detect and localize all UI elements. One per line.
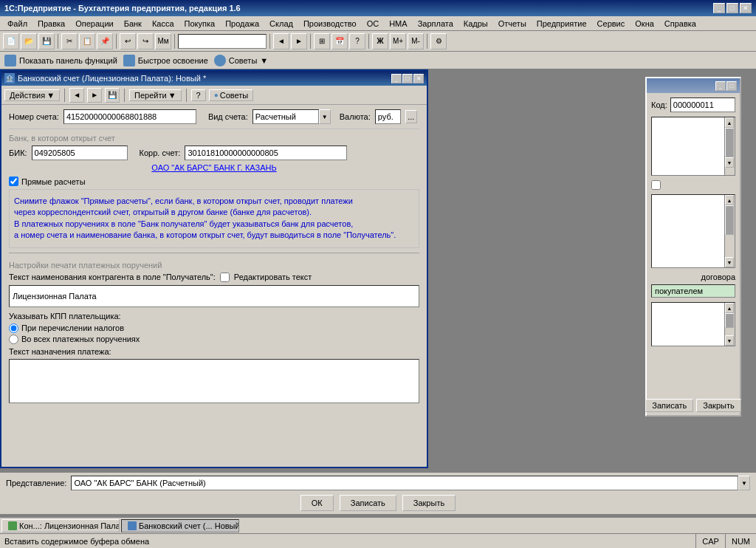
menu-reports[interactable]: Отчеты xyxy=(494,18,531,29)
bank-close-button[interactable]: ✕ xyxy=(413,74,424,83)
corr-account-input[interactable] xyxy=(185,145,347,160)
counterparty-text-label: Текст наименования контрагента в поле "П… xyxy=(9,273,216,281)
bg-bottom-scroll-thumb[interactable] xyxy=(725,313,734,328)
bg-ta-scroll-down[interactable]: ▼ xyxy=(725,257,734,267)
bold-button[interactable]: Ж xyxy=(372,33,388,49)
menu-hr[interactable]: Кадры xyxy=(459,18,492,29)
menu-nma[interactable]: НМА xyxy=(385,18,411,29)
bank-link[interactable]: ОАО "АК БАРС" БАНК Г. КАЗАНЬ xyxy=(151,163,276,172)
bg-bottom-scroll-up[interactable]: ▲ xyxy=(725,303,734,313)
close-button[interactable]: ✕ xyxy=(740,3,752,13)
open-button[interactable]: 📂 xyxy=(21,33,37,49)
bank-nav-back-btn[interactable]: ◄ xyxy=(69,88,84,103)
bg-bottom-scroll-down[interactable]: ▼ xyxy=(725,335,734,346)
minimize-button[interactable]: _ xyxy=(713,3,725,13)
account-type-wrapper: ▼ xyxy=(252,109,331,124)
menu-help[interactable]: Справка xyxy=(660,18,701,29)
taskbar-item-bank[interactable]: Банковский счет (... Новый * xyxy=(121,519,239,532)
menu-windows[interactable]: Окна xyxy=(630,18,659,29)
menu-operations[interactable]: Операции xyxy=(71,18,117,29)
bg-textarea-scrollbar[interactable]: ▲ ▼ xyxy=(724,195,735,267)
edit-text-checkbox[interactable] xyxy=(220,273,230,282)
tips-funcbar-btn[interactable]: Советы ▼ xyxy=(214,55,268,66)
menu-salary[interactable]: Зарплата xyxy=(413,18,458,29)
sep1 xyxy=(58,34,58,49)
menu-warehouse[interactable]: Склад xyxy=(265,18,298,29)
ok-button[interactable]: ОК xyxy=(300,495,334,511)
kpp-radio-all[interactable] xyxy=(9,335,18,344)
learn-icon xyxy=(123,55,135,66)
currency-input[interactable] xyxy=(375,109,401,124)
bank-save-icon-btn[interactable]: 💾 xyxy=(105,88,120,103)
save-toolbar-button[interactable]: 💾 xyxy=(38,33,55,49)
menu-bank[interactable]: Банк xyxy=(120,18,146,29)
help-toolbar-button[interactable]: ? xyxy=(349,33,365,49)
bg-minimize-button[interactable]: _ xyxy=(715,81,726,91)
show-panel-btn[interactable]: Показать панель функций xyxy=(4,55,117,66)
bold2-button[interactable]: М+ xyxy=(390,33,406,49)
counterparty-text-box[interactable]: Лицензионная Палата xyxy=(9,285,419,307)
kpp-radio-tax[interactable] xyxy=(9,323,18,333)
menu-production[interactable]: Производство xyxy=(299,18,361,29)
settings-button[interactable]: ⚙ xyxy=(430,33,447,49)
maximize-button[interactable]: □ xyxy=(726,3,738,13)
menu-purchase[interactable]: Покупка xyxy=(180,18,220,29)
bg-checkbox[interactable] xyxy=(651,180,661,190)
menu-edit[interactable]: Правка xyxy=(33,18,69,29)
next-button[interactable]: ► xyxy=(291,33,307,49)
menu-file[interactable]: Файл xyxy=(3,18,32,29)
close-bank-button[interactable]: Закрыть xyxy=(402,495,456,511)
account-type-arrow[interactable]: ▼ xyxy=(319,109,331,124)
status-text: Вставить содержимое буфера обмена xyxy=(0,537,695,546)
cut-button[interactable]: ✂ xyxy=(61,33,78,49)
taskbar-item-contacts[interactable]: Кон...: Лицензионная Палата xyxy=(1,519,120,532)
bg-bottom-scrollbar[interactable]: ▲ ▼ xyxy=(724,303,735,346)
redo-button[interactable]: ↪ xyxy=(137,33,154,49)
bank-minimize-button[interactable]: _ xyxy=(391,74,402,83)
menu-enterprise[interactable]: Предприятие xyxy=(532,18,591,29)
bik-input[interactable] xyxy=(32,145,128,160)
representation-arrow[interactable]: ▼ xyxy=(738,476,750,490)
paste-button[interactable]: 📌 xyxy=(97,33,113,49)
currency-dots-button[interactable]: ... xyxy=(405,110,417,123)
save-button[interactable]: Записать xyxy=(340,495,396,511)
bg-ta-scroll-up[interactable]: ▲ xyxy=(725,195,734,205)
bg-scrollbar[interactable]: ▲ ▼ xyxy=(724,117,735,175)
grid-button[interactable]: ⊞ xyxy=(314,33,330,49)
bg-close-button[interactable]: Закрыть xyxy=(696,399,740,412)
representation-input[interactable] xyxy=(71,476,738,490)
bg-maximize-button[interactable]: □ xyxy=(726,81,737,91)
copy-button[interactable]: 📋 xyxy=(79,33,95,49)
menu-os[interactable]: ОС xyxy=(362,18,384,29)
bank-maximize-button[interactable]: □ xyxy=(402,74,413,83)
bg-save-button[interactable]: Записать xyxy=(645,399,693,412)
bg-scroll-up[interactable]: ▲ xyxy=(725,117,734,128)
bg-checkbox-row xyxy=(651,180,735,191)
menu-service[interactable]: Сервис xyxy=(593,18,630,29)
menu-sales[interactable]: Продажа xyxy=(221,18,264,29)
search-input[interactable] xyxy=(178,34,267,49)
tips-bank-btn[interactable]: ● Советы xyxy=(209,89,254,101)
bg-textarea-area: ▲ ▼ xyxy=(651,194,735,268)
bank-nav-fwd-btn[interactable]: ► xyxy=(87,88,102,103)
bg-scroll-thumb[interactable] xyxy=(725,128,734,157)
new-button[interactable]: 📄 xyxy=(3,33,19,49)
find-button[interactable]: Мм xyxy=(155,33,171,49)
payment-text-area[interactable] xyxy=(9,359,419,403)
code-input[interactable] xyxy=(670,97,735,112)
actions-button[interactable]: Действия ▼ xyxy=(4,89,60,101)
navigate-button[interactable]: Перейти ▼ xyxy=(129,89,181,101)
menu-cash[interactable]: Касса xyxy=(148,18,179,29)
direct-payments-checkbox[interactable] xyxy=(9,177,18,186)
quick-learn-btn[interactable]: Быстрое освоение xyxy=(123,55,208,66)
account-type-select[interactable] xyxy=(252,109,319,124)
help-button[interactable]: ? xyxy=(191,89,206,101)
background-window: _ □ Код: ▲ ▼ ▲ xyxy=(645,77,741,417)
prev-button[interactable]: ◄ xyxy=(273,33,289,49)
account-number-input[interactable] xyxy=(63,109,196,124)
unbold-button[interactable]: М- xyxy=(408,33,424,49)
bg-ta-scroll-thumb[interactable] xyxy=(725,205,734,235)
calendar-button[interactable]: 📅 xyxy=(331,33,348,49)
bg-scroll-down[interactable]: ▼ xyxy=(725,157,734,168)
undo-button[interactable]: ↩ xyxy=(120,33,136,49)
